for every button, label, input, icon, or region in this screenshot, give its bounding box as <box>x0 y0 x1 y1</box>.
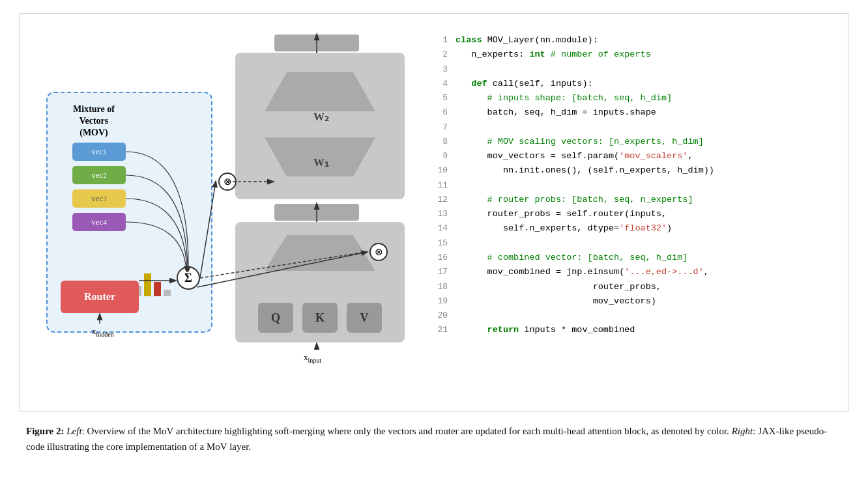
line-num-19: 19 <box>437 294 456 309</box>
code-text-2: n_experts: int # number of experts <box>456 48 651 62</box>
code-line-3: 3 <box>437 63 835 77</box>
w2-label: W₂ <box>313 110 329 124</box>
code-line-1: 1 class MOV_Layer(nn.module): <box>437 33 835 48</box>
line-num-11: 11 <box>437 178 456 193</box>
vec3-box: vec3 <box>72 189 126 208</box>
caption-right: Right <box>732 426 753 436</box>
line-num-7: 7 <box>437 120 456 135</box>
code-line-12: 12 # router probs: [batch, seq, n_expert… <box>437 193 835 207</box>
sigma-circle: Σ <box>177 266 200 290</box>
code-area: 1 class MOV_Layer(nn.module): 2 n_expert… <box>424 27 841 344</box>
code-line-7: 7 <box>437 120 835 135</box>
vec1-box: vec1 <box>72 143 126 161</box>
vec4-box: vec4 <box>72 213 126 231</box>
line-num-16: 16 <box>437 251 456 265</box>
code-line-8: 8 # MOV scaling vectors: [n_experts, h_d… <box>437 135 835 149</box>
code-text-14: self.n_experts, dtype='float32') <box>456 221 672 236</box>
multiply-circle-2: ⊗ <box>369 243 388 261</box>
code-text-8: # MOV scaling vectors: [n_experts, h_dim… <box>456 135 704 149</box>
code-text-21: return inputs * mov_combined <box>456 323 635 337</box>
code-text-5: # inputs shape: [batch, seq, h_dim] <box>456 91 672 105</box>
bar-chart <box>134 269 171 296</box>
code-line-6: 6 batch, seq, h_dim = inputs.shape <box>437 105 835 120</box>
line-num-6: 6 <box>437 105 456 120</box>
code-text-15 <box>456 236 461 251</box>
top-rect <box>274 35 359 51</box>
mid-rect <box>274 204 359 221</box>
line-num-20: 20 <box>437 309 456 323</box>
line-num-10: 10 <box>437 163 456 178</box>
code-line-5: 5 # inputs shape: [batch, seq, h_dim] <box>437 91 835 105</box>
code-text-16: # combined vector: [batch, seq, h_dim] <box>456 251 687 265</box>
line-num-2: 2 <box>437 48 456 62</box>
line-num-5: 5 <box>437 91 456 105</box>
caption-label: Figure 2: <box>26 426 64 436</box>
ffn-container: W₂ W₁ <box>235 53 405 199</box>
code-line-18: 18 router_probs, <box>437 280 835 294</box>
code-text-7 <box>456 120 461 135</box>
code-text-1: class MOV_Layer(nn.module): <box>456 33 598 48</box>
multiply-circle-1: ⊗ <box>218 173 237 191</box>
code-line-10: 10 nn.init.ones(), (self.n_experts, h_di… <box>437 163 835 178</box>
main-container: Mixture of Vectors(MOV) vec1 vec2 vec3 v… <box>20 13 848 454</box>
line-num-14: 14 <box>437 221 456 236</box>
code-line-20: 20 <box>437 309 835 323</box>
qkv-container: Q K V <box>235 222 405 342</box>
line-num-8: 8 <box>437 135 456 149</box>
code-line-13: 13 router_probs = self.router(inputs, <box>437 207 835 221</box>
code-line-4: 4 def call(self, inputs): <box>437 77 835 91</box>
line-num-17: 17 <box>437 265 456 279</box>
code-text-10: nn.init.ones(), (self.n_experts, h_dim)) <box>456 163 714 178</box>
code-text-12: # router probs: [batch, seq, n_experts] <box>456 193 693 207</box>
code-text-19: mov_vectors) <box>456 294 656 309</box>
qkv-row: Q K V <box>235 303 405 333</box>
q-button: Q <box>258 303 293 333</box>
router-box: Router <box>61 281 139 313</box>
code-line-11: 11 <box>437 178 835 193</box>
diagram-area: Mixture of Vectors(MOV) vec1 vec2 vec3 v… <box>33 27 424 398</box>
line-num-4: 4 <box>437 77 456 91</box>
x-hidden-label: xhidden <box>92 326 114 338</box>
k-button: K <box>302 303 338 333</box>
code-text-4: def call(self, inputs): <box>456 77 593 91</box>
code-text-11 <box>456 178 461 193</box>
caption-left: Left <box>66 426 81 436</box>
code-line-2: 2 n_experts: int # number of experts <box>437 48 835 62</box>
line-num-9: 9 <box>437 149 456 163</box>
code-line-16: 16 # combined vector: [batch, seq, h_dim… <box>437 251 835 265</box>
code-text-20 <box>456 309 461 323</box>
caption-text-1: : Overview of the MoV architecture highl… <box>82 426 732 436</box>
code-line-21: 21 return inputs * mov_combined <box>437 323 835 337</box>
v-button: V <box>347 303 382 333</box>
code-line-15: 15 <box>437 236 835 251</box>
line-num-3: 3 <box>437 63 456 77</box>
code-line-17: 17 mov_combined = jnp.einsum('...e,ed->.… <box>437 265 835 279</box>
code-line-14: 14 self.n_experts, dtype='float32') <box>437 221 835 236</box>
code-text-6: batch, seq, h_dim = inputs.shape <box>456 105 656 120</box>
figure-row: Mixture of Vectors(MOV) vec1 vec2 vec3 v… <box>20 13 848 411</box>
w2-trap <box>265 72 375 111</box>
code-text-13: router_probs = self.router(inputs, <box>456 207 667 221</box>
line-num-12: 12 <box>437 193 456 207</box>
mov-title: Mixture of Vectors(MOV) <box>58 104 130 139</box>
qkv-trap <box>265 235 375 271</box>
line-num-1: 1 <box>437 33 456 48</box>
code-text-3 <box>456 63 461 77</box>
w1-label: W₁ <box>313 156 329 169</box>
line-num-15: 15 <box>437 236 456 251</box>
code-line-19: 19 mov_vectors) <box>437 294 835 309</box>
x-input-label: xinput <box>304 352 321 364</box>
code-text-18: router_probs, <box>456 280 661 294</box>
figure-caption: Figure 2: Left: Overview of the MoV arch… <box>20 423 848 454</box>
code-text-17: mov_combined = jnp.einsum('...e,ed->...d… <box>456 265 709 279</box>
vec2-box: vec2 <box>72 166 126 184</box>
code-line-9: 9 mov_vectors = self.param('mov_scalers'… <box>437 149 835 163</box>
code-text-9: mov_vectors = self.param('mov_scalers', <box>456 149 693 163</box>
line-num-21: 21 <box>437 323 456 337</box>
line-num-18: 18 <box>437 280 456 294</box>
line-num-13: 13 <box>437 207 456 221</box>
